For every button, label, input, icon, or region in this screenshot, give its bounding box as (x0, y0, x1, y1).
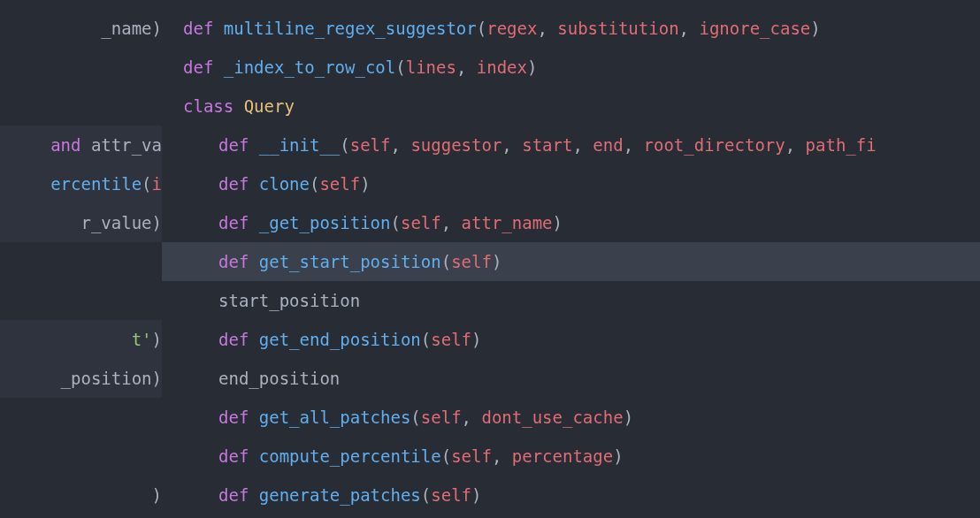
code-token: ercentile (50, 164, 142, 203)
code-token: def (218, 252, 259, 271)
outline-row[interactable]: def get_all_patches(self, dont_use_cache… (183, 398, 980, 437)
code-token: i (152, 164, 162, 203)
code-token: , (785, 135, 806, 155)
code-token: ) (152, 9, 162, 48)
code-token: end_position (218, 369, 340, 388)
left-code-row[interactable] (0, 87, 162, 126)
outline-row[interactable]: end_position (183, 359, 980, 398)
code-token: get_start_position (259, 252, 441, 271)
code-token: , (462, 408, 482, 427)
left-code-row[interactable] (0, 281, 162, 320)
code-token: , (624, 135, 644, 155)
code-token: t' (132, 320, 152, 359)
code-token: attr_va (91, 126, 162, 164)
code-token: def (218, 213, 259, 232)
code-token: root_directory (644, 135, 785, 155)
code-token: percentage (512, 446, 613, 466)
outline-row[interactable]: def generate_patches(self) (183, 476, 980, 514)
code-token: ) (810, 19, 820, 38)
code-token: self (451, 252, 492, 271)
code-token: ) (152, 320, 162, 359)
code-token: , (537, 19, 557, 38)
code-token: def (218, 135, 259, 155)
left-code-row[interactable] (0, 398, 162, 437)
code-token: ) (152, 476, 162, 514)
code-token: def (218, 408, 259, 427)
code-token: ( (390, 213, 400, 232)
code-token: ) (624, 408, 633, 427)
outline-row[interactable]: def _get_position(self, attr_name) (183, 203, 980, 242)
code-token: dont_use_cache (481, 408, 623, 427)
code-token: , (492, 446, 512, 466)
code-token: generate_patches (259, 485, 421, 505)
outline-row[interactable]: def multiline_regex_suggestor(regex, sub… (183, 9, 980, 48)
left-code-row[interactable]: _name) (0, 9, 162, 48)
code-token: ignore_case (699, 19, 810, 38)
left-code-row[interactable]: ercentile(i (0, 164, 162, 203)
left-code-row[interactable]: and attr_va (0, 126, 162, 164)
code-token: _position (61, 359, 152, 398)
outline-row[interactable]: def clone(self) (183, 164, 980, 203)
code-token: ( (395, 57, 405, 77)
code-token: ( (441, 252, 451, 271)
code-token: get_all_patches (259, 408, 411, 427)
outline-row[interactable]: def get_end_position(self) (183, 320, 980, 359)
code-token: _index_to_row_col (224, 57, 395, 77)
code-token: def (218, 174, 259, 194)
outline-row[interactable]: class Query (183, 87, 980, 126)
code-token: ) (360, 174, 370, 194)
code-token: compute_percentile (259, 446, 441, 466)
code-token: self (451, 446, 492, 466)
code-token: self (350, 135, 391, 155)
outline-row[interactable]: def _index_to_row_col(lines, index) (183, 48, 980, 87)
code-token: lines (406, 57, 456, 77)
code-token: ) (553, 213, 563, 232)
code-token: r_value (80, 203, 151, 242)
code-token: ( (142, 164, 151, 203)
code-token: self (421, 408, 462, 427)
code-token: def (183, 57, 224, 77)
code-token: suggestor (410, 135, 501, 155)
left-code-row[interactable]: t') (0, 320, 162, 359)
code-token: ) (492, 252, 501, 271)
code-token: class (183, 96, 244, 116)
code-token: ( (421, 485, 431, 505)
left-code-row[interactable] (0, 48, 162, 87)
code-token: self (431, 485, 471, 505)
code-token: ( (421, 330, 431, 349)
code-token: , (456, 57, 477, 77)
code-token: , (501, 135, 522, 155)
code-token: end (593, 135, 623, 155)
left-code-row[interactable] (0, 437, 162, 476)
code-token: def (218, 485, 259, 505)
code-token: , (679, 19, 700, 38)
outline-row[interactable]: def compute_percentile(self, percentage) (183, 437, 980, 476)
outline-row[interactable]: start_position (183, 281, 980, 320)
code-token: def (218, 330, 259, 349)
code-token: ) (152, 359, 162, 398)
left-code-row[interactable]: ) (0, 476, 162, 514)
code-token: clone (259, 174, 310, 194)
code-token: ) (527, 57, 537, 77)
editor-area: _name)and attr_vaercentile(ir_value)t')_… (0, 0, 980, 518)
code-token: get_end_position (259, 330, 421, 349)
code-token: __init__ (259, 135, 341, 155)
code-token: ) (152, 203, 162, 242)
code-token: , (391, 135, 411, 155)
code-token: ( (441, 446, 451, 466)
code-token: attr_name (462, 213, 553, 232)
left-editor-pane[interactable]: _name)and attr_vaercentile(ir_value)t')_… (0, 0, 162, 518)
left-code-row[interactable]: r_value) (0, 203, 162, 242)
code-token: start (522, 135, 572, 155)
outline-pane[interactable]: def multiline_regex_suggestor(regex, sub… (162, 0, 980, 518)
outline-row[interactable]: def __init__(self, suggestor, start, end… (183, 126, 980, 164)
code-token: def (183, 19, 224, 38)
code-token: , (441, 213, 462, 232)
left-code-row[interactable]: _position) (0, 359, 162, 398)
code-token: self (319, 174, 360, 194)
code-token: regex (486, 19, 537, 38)
code-token: def (218, 446, 259, 466)
left-code-row[interactable] (0, 242, 162, 281)
code-token: index (477, 57, 527, 77)
outline-row-selected[interactable]: def get_start_position(self) (162, 242, 980, 281)
